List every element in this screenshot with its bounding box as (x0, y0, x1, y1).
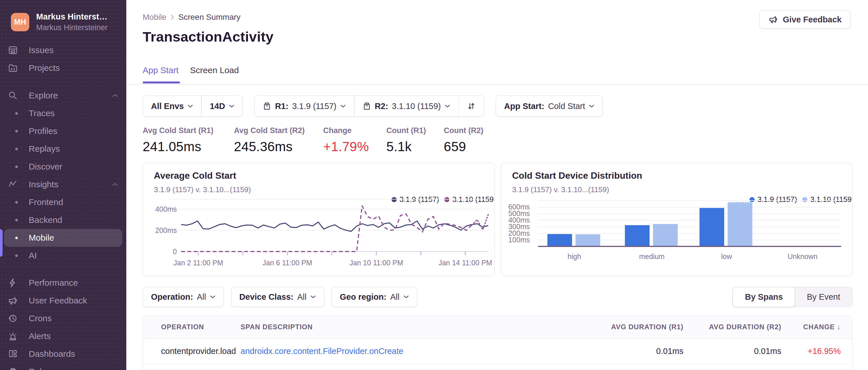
chevron-down-icon (403, 295, 409, 299)
col-avg-duration-r1[interactable]: Avg duration (R1) (580, 316, 683, 338)
y-tick-label: 200ms (148, 226, 177, 235)
filter-bar: All Envs 14D R1: 3.1.9 (1157) R2: 3.1.10… (143, 96, 603, 117)
bullet-icon (8, 148, 25, 150)
sidebar-item-projects[interactable]: Projects (4, 59, 122, 77)
col-span-description[interactable]: Span Description (241, 316, 580, 338)
geo-region-filter[interactable]: Geo region: All (332, 287, 417, 307)
collapse-chevron-icon[interactable] (112, 94, 118, 98)
col-change[interactable]: Change ↓ (781, 316, 852, 338)
swap-arrows-icon (467, 102, 476, 111)
toggle-by-spans[interactable]: By Spans (733, 287, 795, 307)
sidebar-item-label: Issues (29, 45, 54, 55)
x-tick-label: Jan 10 11:00 PM (342, 259, 411, 267)
issues-icon (8, 45, 25, 55)
bullet-icon (8, 130, 25, 133)
release-1-selector[interactable]: R1: 3.1.9 (1157) (255, 96, 354, 116)
cell-span-description: androidx.core.content.FileProvider.onCre… (241, 338, 580, 364)
sidebar-item-dashboards[interactable]: Dashboards (4, 345, 122, 363)
view-toggle: By Spans By Event (733, 287, 852, 307)
bar-chart[interactable] (538, 200, 841, 246)
sidebar-group-explore[interactable]: Explore (4, 87, 122, 104)
sidebar-item-mobile[interactable]: Mobile (4, 229, 122, 247)
sidebar-item-performance[interactable]: Performance (4, 274, 122, 292)
tabs-divider (126, 84, 868, 85)
cell-operation: contentprovider.load (143, 338, 241, 364)
active-tab-underline (143, 81, 180, 83)
environment-filter[interactable]: All Envs (143, 96, 201, 116)
sidebar-item-releases[interactable]: Releases (4, 363, 122, 370)
bar-medium-r2[interactable] (653, 224, 678, 246)
date-range-filter[interactable]: 14D (202, 96, 243, 116)
col-operation[interactable]: Operation (143, 316, 241, 338)
bar-high-r1[interactable] (547, 234, 572, 246)
chevron-down-icon (310, 295, 316, 299)
sidebar-item-crons[interactable]: Crons (4, 309, 122, 327)
active-nav-indicator (0, 229, 3, 257)
chevron-down-icon (340, 104, 346, 108)
x-tick-label: Jan 6 11:00 PM (253, 259, 322, 267)
chevron-down-icon (589, 104, 594, 108)
stat-avg-cold-start-r2: Avg Cold Start (R2) 245.36ms (234, 126, 323, 154)
bar-high-r2[interactable] (576, 234, 600, 246)
bar-low-r2[interactable] (727, 202, 752, 246)
sidebar-nav: Issues Projects Explore Traces Profiles (0, 41, 126, 370)
toggle-by-event[interactable]: By Event (795, 287, 852, 307)
env-date-filter-group: All Envs 14D (143, 96, 243, 117)
chevron-down-icon (229, 104, 235, 108)
span-description-link[interactable]: androidx.core.content.FileProvider.onCre… (241, 346, 403, 356)
user-name: Markus Hinterst… (36, 12, 107, 22)
release-2-selector[interactable]: R2: 3.1.10 (1159) (354, 96, 458, 116)
sidebar-item-profiles[interactable]: Profiles (4, 122, 122, 140)
page-title: TransactionActivity (143, 29, 274, 45)
swap-releases-button[interactable] (459, 96, 484, 116)
projects-icon (8, 63, 25, 73)
explore-icon (8, 91, 25, 100)
avatar[interactable]: MH (11, 13, 29, 31)
sidebar-group-insights[interactable]: Insights (4, 175, 122, 193)
org-switcher[interactable]: MH Markus Hinterst… Markus Hintersteiner (0, 0, 126, 32)
release-compare-group: R1: 3.1.9 (1157) R2: 3.1.10 (1159) (254, 96, 484, 117)
y-tick-label: 100ms (501, 236, 530, 244)
sidebar-item-traces[interactable]: Traces (4, 104, 122, 122)
give-feedback-button[interactable]: Give Feedback (760, 10, 850, 29)
bar-low-r1[interactable] (700, 208, 724, 246)
app-start-type-group: App Start: Cold Start (496, 96, 603, 117)
insights-icon (8, 179, 25, 189)
clock-icon (8, 313, 25, 323)
bar-medium-r1[interactable] (625, 225, 650, 246)
tab-app-start[interactable]: App Start (143, 65, 179, 75)
col-avg-duration-r2[interactable]: Avg duration (R2) (683, 316, 781, 338)
app-start-type-filter[interactable]: App Start: Cold Start (496, 96, 602, 116)
cell-avg-duration-r1: 0.01ms (580, 338, 683, 364)
operation-filter[interactable]: Operation: All (143, 287, 224, 307)
sidebar-item-issues[interactable]: Issues (4, 41, 122, 59)
sidebar-item-alerts[interactable]: Alerts (4, 327, 122, 345)
spans-table: Operation Span Description Avg duration … (143, 315, 852, 370)
main-content: Mobile Screen Summary Give Feedback Tran… (126, 0, 868, 370)
table-row[interactable] (143, 364, 852, 370)
collapse-chevron-icon[interactable] (112, 182, 118, 187)
release-icon (363, 102, 371, 110)
table-row[interactable]: contentprovider.load androidx.core.conte… (143, 338, 852, 364)
device-class-filter[interactable]: Device Class: All (231, 287, 324, 307)
sidebar-item-backend[interactable]: Backend (4, 211, 122, 229)
performance-icon (8, 278, 25, 288)
siren-icon (8, 331, 25, 341)
sidebar-item-replays[interactable]: Replays (4, 140, 122, 158)
breadcrumb-mobile[interactable]: Mobile (143, 12, 166, 22)
bullet-icon (8, 201, 25, 204)
bullet-icon (8, 219, 25, 222)
megaphone-icon (8, 296, 25, 305)
x-category-label: high (546, 253, 603, 261)
tab-screen-load[interactable]: Screen Load (190, 65, 239, 75)
release-icon (262, 102, 271, 110)
breadcrumb-screen-summary: Screen Summary (178, 12, 240, 22)
sidebar-item-label: Projects (29, 63, 60, 73)
sidebar-item-frontend[interactable]: Frontend (4, 193, 122, 211)
sidebar-item-user-feedback[interactable]: User Feedback (4, 292, 122, 309)
stat-avg-cold-start-r1: Avg Cold Start (R1) 241.05ms (143, 126, 234, 154)
sidebar-item-ai[interactable]: AI (4, 247, 122, 264)
sidebar-item-discover[interactable]: Discover (4, 158, 122, 175)
chart-title: Cold Start Device Distribution (512, 170, 642, 181)
x-axis-line (538, 246, 841, 247)
